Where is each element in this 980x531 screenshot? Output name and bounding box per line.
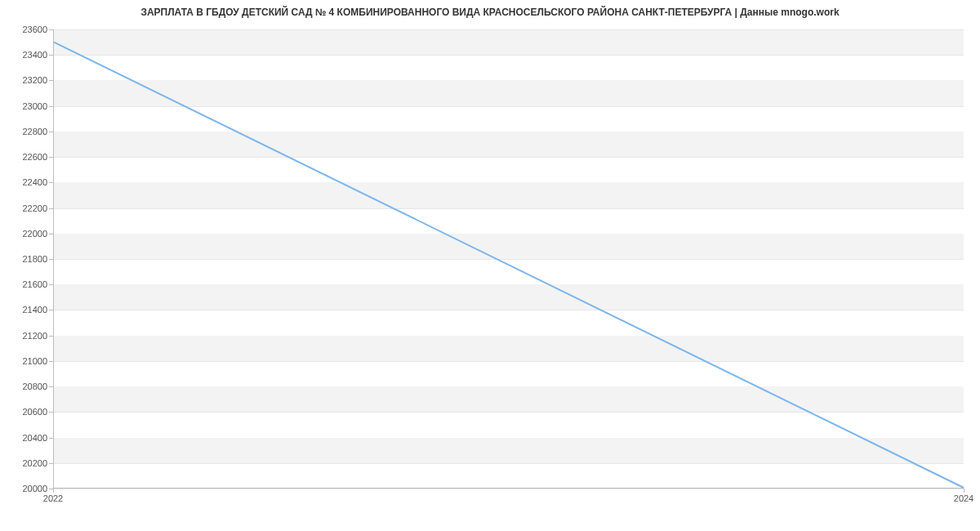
y-tick-label: 21000 (7, 356, 47, 366)
y-tick-mark (49, 157, 53, 158)
y-tick-label: 21200 (7, 331, 47, 341)
y-tick-mark (49, 386, 53, 387)
x-tick-mark (53, 489, 54, 493)
y-tick-label: 21800 (7, 254, 47, 264)
y-tick-label: 20800 (7, 382, 47, 391)
chart-title: ЗАРПЛАТА В ГБДОУ ДЕТСКИЙ САД № 4 КОМБИНИ… (0, 7, 980, 18)
y-tick-mark (49, 132, 53, 132)
y-tick-label: 23000 (7, 101, 47, 111)
line-series (54, 29, 964, 488)
y-tick-label: 22800 (7, 127, 47, 136)
y-tick-mark (49, 182, 53, 183)
y-tick-label: 22600 (7, 152, 47, 162)
y-tick-label: 20200 (7, 458, 47, 468)
x-tick-mark (964, 489, 964, 493)
y-tick-mark (49, 208, 53, 209)
y-tick-mark (49, 336, 53, 337)
x-tick-label: 2024 (954, 493, 973, 503)
y-tick-label: 23400 (7, 50, 47, 60)
y-tick-mark (49, 438, 53, 439)
y-tick-mark (49, 29, 53, 30)
y-tick-label: 21400 (7, 305, 47, 315)
y-tick-mark (49, 463, 53, 464)
y-tick-mark (49, 361, 53, 362)
y-tick-label: 20000 (7, 484, 47, 493)
y-tick-mark (49, 284, 53, 285)
y-tick-mark (49, 259, 53, 260)
y-tick-label: 20600 (7, 407, 47, 417)
y-tick-mark (49, 412, 53, 413)
y-tick-mark (49, 80, 53, 81)
y-tick-mark (49, 55, 53, 56)
y-tick-label: 20400 (7, 433, 47, 443)
y-tick-mark (49, 310, 53, 310)
y-tick-label: 23600 (7, 25, 47, 34)
y-tick-label: 23200 (7, 75, 47, 85)
y-tick-label: 22400 (7, 177, 47, 187)
y-tick-mark (49, 106, 53, 107)
x-tick-label: 2022 (43, 493, 63, 503)
chart-container: ЗАРПЛАТА В ГБДОУ ДЕТСКИЙ САД № 4 КОМБИНИ… (0, 0, 980, 531)
plot-area (53, 29, 964, 489)
y-tick-mark (49, 234, 53, 234)
y-tick-label: 22000 (7, 229, 47, 239)
y-tick-label: 22200 (7, 203, 47, 213)
y-tick-label: 21600 (7, 279, 47, 289)
series-line (54, 42, 964, 488)
gridline (54, 489, 964, 489)
